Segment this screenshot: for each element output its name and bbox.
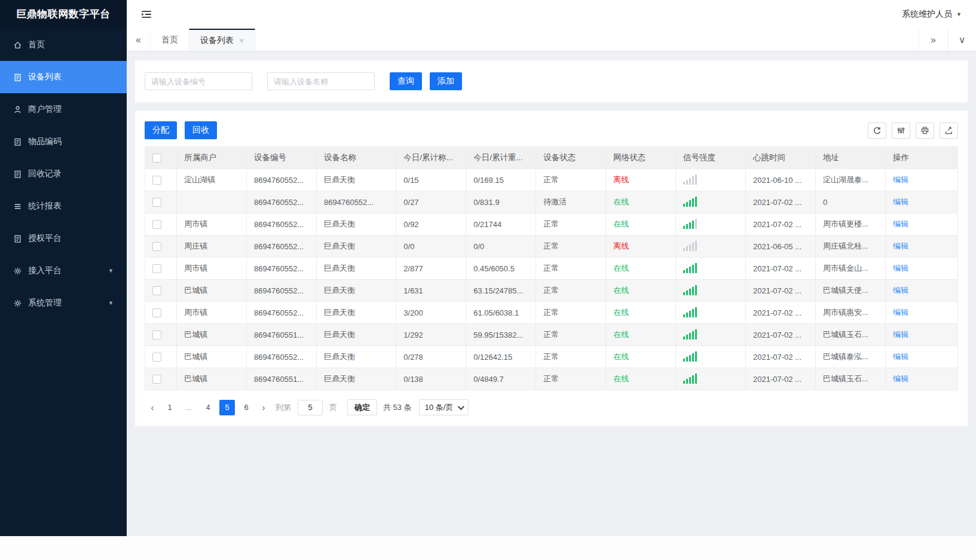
chevron-down-icon: ▼ (108, 268, 114, 274)
sidebar-item-label: 首页 (28, 39, 45, 50)
today-count-cell: 0/27 (396, 191, 466, 213)
prev-page-icon[interactable]: ‹ (145, 400, 160, 415)
edit-link[interactable]: 编辑 (893, 308, 908, 317)
device-name-cell: 8694760552... (317, 191, 396, 213)
column-header: 今日/累计称... (396, 147, 466, 169)
device-status-cell: 正常 (536, 169, 606, 191)
edit-link[interactable]: 编辑 (893, 197, 908, 206)
confirm-button[interactable]: 确定 (347, 399, 377, 415)
print-button[interactable] (916, 123, 934, 139)
query-button[interactable]: 查询 (390, 72, 422, 90)
signal-strength-icon (683, 351, 697, 362)
device-no-input[interactable] (145, 72, 252, 90)
device-name-cell: 巨鼎天衡 (317, 258, 396, 280)
row-checkbox[interactable] (152, 242, 161, 251)
row-checkbox[interactable] (152, 198, 161, 207)
edit-link[interactable]: 编辑 (893, 241, 908, 250)
tab-home-label: 首页 (161, 35, 178, 45)
page-button-6[interactable]: 6 (238, 400, 254, 415)
columns-button[interactable] (892, 123, 910, 139)
today-weight-cell: 63.15/24785... (466, 280, 536, 302)
edit-link[interactable]: 编辑 (893, 219, 908, 228)
edit-link[interactable]: 编辑 (893, 330, 908, 339)
edit-link[interactable]: 编辑 (893, 374, 908, 383)
app-title: 巨鼎物联网数字平台 (0, 0, 127, 29)
today-count-cell: 0/0 (396, 235, 466, 258)
gear-icon (13, 299, 22, 308)
add-button[interactable]: 添加 (430, 72, 462, 90)
merchant-cell (177, 191, 247, 213)
signal-strength-icon (683, 174, 697, 185)
today-weight-cell: 59.95/15382... (466, 324, 536, 346)
sidebar-item-3[interactable]: 物品编码 (0, 126, 127, 158)
today-weight-cell: 0/0 (466, 235, 536, 258)
sidebar-item-4[interactable]: 回收记录 (0, 158, 127, 190)
row-checkbox[interactable] (152, 331, 161, 339)
page-button-5[interactable]: 5 (219, 400, 235, 415)
device-status-cell: 待激活 (536, 191, 606, 213)
tab-close-icon[interactable]: × (239, 36, 244, 45)
page-button-1[interactable]: 1 (162, 400, 178, 415)
network-status-cell: 在线 (606, 324, 676, 346)
sidebar-toggle-icon[interactable] (140, 9, 153, 20)
sidebar-item-5[interactable]: 统计报表 (0, 190, 127, 222)
row-checkbox[interactable] (152, 375, 161, 384)
device-status-cell: 正常 (536, 235, 606, 258)
heartbeat-cell: 2021-06-10 ... (746, 169, 816, 191)
export-button[interactable] (940, 123, 958, 139)
today-count-cell: 1/631 (396, 280, 466, 302)
device-status-cell: 正常 (536, 368, 606, 390)
merchant-icon (13, 105, 22, 114)
assign-button[interactable]: 分配 (145, 121, 177, 139)
row-checkbox[interactable] (152, 220, 161, 229)
today-weight-cell: 0/169.15 (466, 169, 536, 191)
recycle-button[interactable]: 回收 (185, 121, 217, 139)
sidebar-item-label: 物品编码 (28, 136, 62, 147)
page-unit-label: 页 (329, 402, 337, 413)
pagination: ‹ 1...456 › 到第 页 确定 共 53 条 10 条/页 (145, 390, 958, 426)
sidebar-item-2[interactable]: 商户管理 (0, 93, 127, 126)
tab-home[interactable]: 首页 (151, 29, 189, 51)
page-button-4[interactable]: 4 (200, 400, 216, 415)
tab-device-list[interactable]: 设备列表 × (189, 29, 255, 51)
address-cell: 周市镇金山... (816, 258, 886, 280)
page-size-select[interactable]: 10 条/页 (419, 399, 469, 415)
heartbeat-cell: 2021-07-02 ... (746, 368, 816, 390)
sidebar-item-label: 回收记录 (28, 169, 62, 179)
edit-link[interactable]: 编辑 (893, 352, 908, 361)
heartbeat-cell: 2021-07-02 ... (746, 258, 816, 280)
row-checkbox[interactable] (152, 264, 161, 273)
print-icon (920, 126, 929, 135)
edit-link[interactable]: 编辑 (893, 264, 908, 273)
row-checkbox[interactable] (152, 353, 161, 362)
select-all-checkbox[interactable] (152, 154, 161, 163)
recycle-record-icon (13, 170, 22, 179)
edit-link[interactable]: 编辑 (893, 286, 908, 295)
tabs-scroll-right-icon[interactable]: » (919, 29, 947, 51)
user-menu[interactable]: 系统维护人员 ▼ (902, 9, 962, 20)
authorize-icon (13, 234, 22, 243)
sidebar-item-8[interactable]: 系统管理▼ (0, 287, 127, 319)
today-count-cell: 0/15 (396, 169, 466, 191)
refresh-button[interactable] (868, 123, 886, 139)
network-status-cell: 在线 (606, 346, 676, 368)
table-toolbar: 分配 回收 (145, 117, 958, 146)
device-name-cell: 巨鼎天衡 (317, 280, 396, 302)
tabs-menu-icon[interactable]: ∨ (947, 29, 976, 51)
next-page-icon[interactable]: › (256, 400, 271, 415)
device-no-cell: 8694760552... (247, 346, 317, 368)
row-checkbox[interactable] (152, 308, 161, 317)
columns-icon (897, 126, 905, 135)
row-checkbox[interactable] (152, 176, 161, 185)
sidebar-item-0[interactable]: 首页 (0, 29, 127, 61)
edit-link[interactable]: 编辑 (893, 175, 908, 184)
sidebar-item-7[interactable]: 接入平台▼ (0, 255, 127, 287)
today-count-cell: 0/92 (396, 213, 466, 235)
address-cell: 巴城镇泰泓... (816, 346, 886, 368)
row-checkbox[interactable] (152, 286, 161, 295)
sidebar-item-6[interactable]: 授权平台 (0, 222, 127, 255)
tabs-scroll-left-icon[interactable]: « (127, 29, 151, 51)
jump-page-input[interactable] (298, 400, 323, 415)
device-name-input[interactable] (267, 72, 375, 90)
sidebar-item-1[interactable]: 设备列表 (0, 61, 127, 93)
